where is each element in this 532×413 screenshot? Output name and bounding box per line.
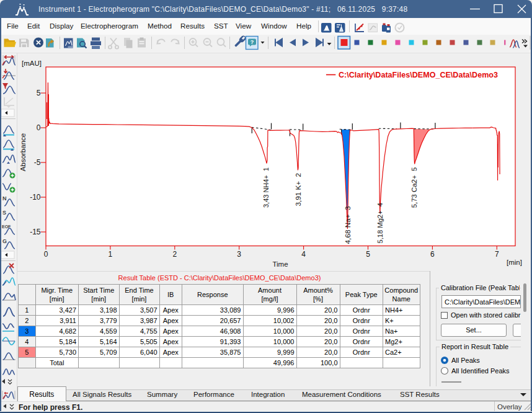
svg-text:5,73 Ca2+ 5: 5,73 Ca2+ 5 bbox=[410, 167, 418, 208]
svg-text:4: 4 bbox=[301, 250, 306, 259]
svg-text:G: G bbox=[2, 238, 7, 244]
svg-text:6: 6 bbox=[430, 250, 435, 259]
svg-text:-5: -5 bbox=[34, 158, 41, 167]
svg-text:0: 0 bbox=[37, 123, 41, 132]
svg-text:[mAU]: [mAU] bbox=[22, 60, 42, 67]
svg-text:Time: Time bbox=[272, 260, 288, 268]
svg-text:7: 7 bbox=[495, 250, 499, 259]
svg-text:?: ? bbox=[250, 39, 254, 45]
svg-text:C:\Clarity\DataFiles\DEMO_CE\D: C:\Clarity\DataFiles\DEMO_CE\Data\Demo3 bbox=[339, 71, 498, 79]
svg-text:3,43 NH4+ 1: 3,43 NH4+ 1 bbox=[262, 167, 270, 208]
svg-text:0: 0 bbox=[44, 250, 48, 259]
svg-text:3: 3 bbox=[237, 250, 241, 259]
svg-text:5,18 Mg2+ 4: 5,18 Mg2+ 4 bbox=[376, 203, 384, 244]
svg-text:5: 5 bbox=[366, 250, 370, 259]
svg-text:-10: -10 bbox=[30, 193, 41, 202]
svg-text:2: 2 bbox=[172, 250, 177, 259]
svg-text:4,68 Na+ 3: 4,68 Na+ 3 bbox=[344, 206, 352, 244]
svg-text:Absorbance: Absorbance bbox=[19, 133, 27, 171]
svg-text:N: N bbox=[2, 195, 7, 202]
svg-text:1: 1 bbox=[109, 250, 113, 259]
svg-text:5: 5 bbox=[37, 89, 41, 97]
svg-text:S: S bbox=[2, 210, 6, 216]
svg-text:[min]: [min] bbox=[507, 259, 522, 266]
svg-text:-15: -15 bbox=[30, 228, 41, 236]
svg-text:3,91 K+ 2: 3,91 K+ 2 bbox=[295, 173, 302, 206]
